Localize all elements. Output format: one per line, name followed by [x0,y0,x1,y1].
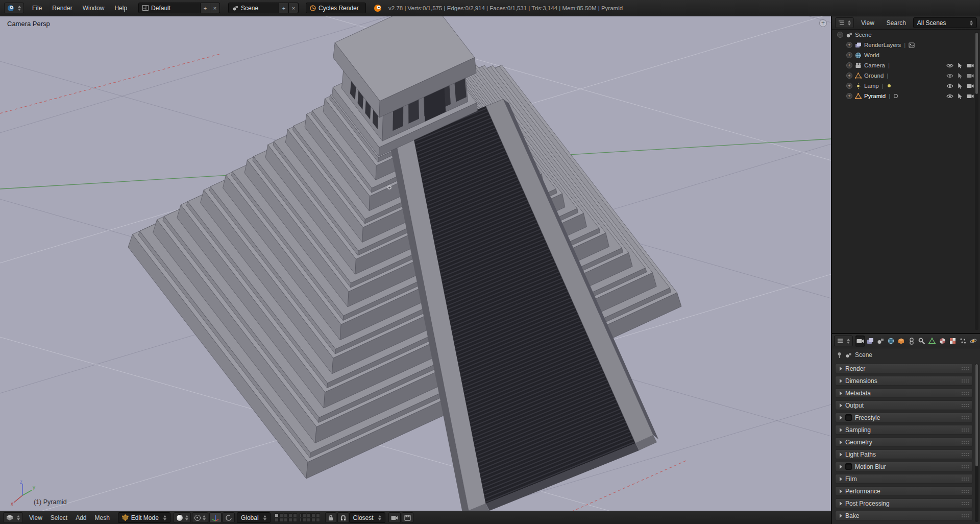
layer-cell[interactable] [284,513,288,517]
expand-icon[interactable] [846,83,852,89]
panel-grip-icon[interactable] [961,367,969,371]
tab-physics[interactable] [969,336,978,347]
outliner-row-lamp[interactable]: Lamp [832,81,980,91]
renderability-camera-icon[interactable] [967,83,974,88]
selectability-cursor-icon[interactable] [958,83,963,89]
mode-selector[interactable]: Edit Mode [118,512,170,523]
outliner-row-world[interactable]: World [832,50,980,60]
layer-cell[interactable] [300,518,302,522]
layer-cell[interactable] [307,513,311,517]
panel-grip-icon[interactable] [961,428,969,433]
layer-cell[interactable] [279,518,283,522]
outliner-filter-selector[interactable]: All Scenes [913,17,977,28]
panel-grip-icon[interactable] [961,452,969,457]
outliner-menu-search[interactable]: Search [881,18,911,28]
panel-grip-icon[interactable] [961,489,969,494]
editor-type-info-button[interactable] [4,3,24,13]
section-performance[interactable]: Performance [835,486,973,496]
panel-grip-icon[interactable] [961,403,969,408]
region-expand-icon[interactable] [819,19,827,27]
tab-world[interactable] [887,336,896,347]
layer-cell[interactable] [293,518,297,522]
section-render[interactable]: Render [835,364,973,373]
viewport-canvas[interactable]: Camera Persp (1) Pyramid x y z [0,16,831,511]
layer-cell[interactable] [307,518,311,522]
outliner-row-renderlayers[interactable]: RenderLayers [832,40,980,50]
outliner-row-ground[interactable]: Ground [832,70,980,81]
snap-toggle-button[interactable] [337,512,349,523]
properties-scrollbar[interactable] [975,364,978,522]
layer-cell[interactable] [288,513,292,517]
layer-cell[interactable] [302,513,306,517]
menu-add[interactable]: Add [71,513,90,523]
selectability-cursor-icon[interactable] [958,73,963,79]
screen-layout-add-button[interactable]: + [201,3,210,13]
scene-delete-button[interactable]: × [289,3,299,13]
layer-cell[interactable] [293,513,297,517]
outliner-row-pyramid[interactable]: Pyramid [832,91,980,101]
layer-cell[interactable] [311,513,315,517]
tab-material[interactable] [938,336,947,347]
panel-grip-icon[interactable] [961,502,969,506]
viewport-shading-button[interactable] [174,512,191,523]
layers-widget[interactable] [275,513,320,522]
layer-cell[interactable] [316,518,320,522]
panel-grip-icon[interactable] [961,416,969,420]
snap-element-selector[interactable]: Closest [349,512,385,523]
section-geometry[interactable]: Geometry [835,437,973,447]
expand-icon[interactable] [846,52,852,58]
render-engine-selector[interactable]: Cycles Render [306,3,366,13]
scene-add-button[interactable]: + [279,3,289,13]
panel-grip-icon[interactable] [961,514,969,518]
expand-icon[interactable] [846,42,852,48]
manipulator-rotate-button[interactable] [223,512,235,523]
panel-grip-icon[interactable] [961,391,969,396]
section-light-paths[interactable]: Light Paths [835,449,973,459]
tab-scene[interactable] [876,336,885,347]
tab-modifiers[interactable] [917,336,926,347]
expand-icon[interactable] [846,73,852,79]
tab-constraints[interactable] [907,336,916,347]
tab-render[interactable] [855,336,865,347]
menu-window[interactable]: Window [78,3,110,13]
expand-icon[interactable] [837,32,843,38]
layer-cell[interactable] [275,513,279,517]
panel-grip-icon[interactable] [961,477,969,482]
screen-layout-delete-button[interactable]: × [210,3,220,13]
scene-selector[interactable]: Scene [228,3,279,13]
visibility-eye-icon[interactable] [946,63,953,68]
section-dimensions[interactable]: Dimensions [835,376,973,386]
section-sampling[interactable]: Sampling [835,425,973,435]
tab-particles[interactable] [959,336,968,347]
tab-texture[interactable] [948,336,958,347]
visibility-eye-icon[interactable] [946,84,953,88]
manipulator-translate-button[interactable] [209,512,222,523]
layer-cell[interactable] [311,518,315,522]
tab-object-data[interactable] [927,336,937,347]
motion-blur-checkbox[interactable] [845,463,852,470]
section-metadata[interactable]: Metadata [835,388,973,398]
outliner-row-camera[interactable]: Camera [832,60,980,70]
layer-cell[interactable] [284,518,288,522]
editor-type-outliner-button[interactable] [835,17,854,28]
renderability-camera-icon[interactable] [967,73,974,78]
menu-select[interactable]: Select [46,513,71,523]
menu-mesh[interactable]: Mesh [91,513,114,523]
freestyle-checkbox[interactable] [845,414,852,421]
visibility-eye-icon[interactable] [946,94,953,99]
section-post-processing[interactable]: Post Processing [835,498,973,508]
transform-orientation-selector[interactable]: Global [237,512,271,523]
tab-render-layers[interactable] [866,336,875,347]
outliner-scrollbar[interactable] [975,32,978,330]
layer-cell[interactable] [275,518,279,522]
opengl-render-anim-button[interactable] [402,512,413,523]
section-freestyle[interactable]: Freestyle [835,413,973,422]
tab-object[interactable] [897,336,906,347]
expand-icon[interactable] [846,93,852,99]
section-motion-blur[interactable]: Motion Blur [835,462,973,471]
layer-cell[interactable] [302,518,306,522]
section-film[interactable]: Film [835,474,973,484]
menu-help[interactable]: Help [109,3,132,13]
opengl-render-image-button[interactable] [388,512,401,523]
expand-icon[interactable] [846,62,852,68]
